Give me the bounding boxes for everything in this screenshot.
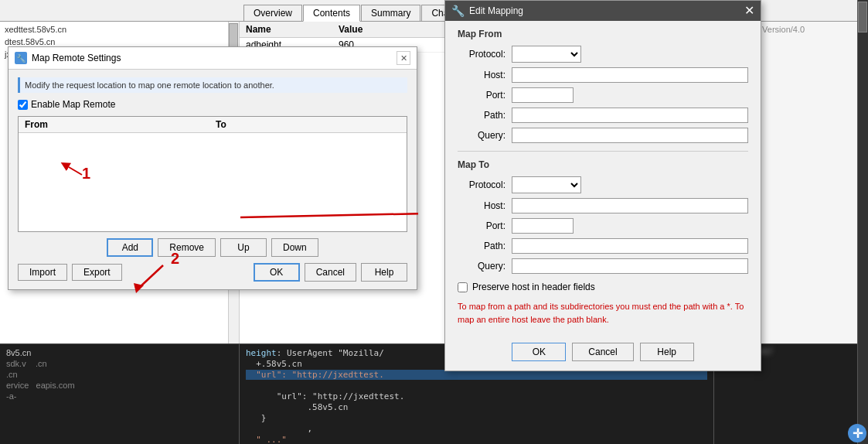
code-line: .58v5.cn: [246, 402, 707, 412]
from-path-input[interactable]: [512, 108, 748, 123]
from-protocol-row: Protocol:: [458, 46, 748, 63]
to-port-row: Port:: [458, 218, 748, 234]
dialog-close-button[interactable]: ✕: [397, 51, 410, 65]
from-host-row: Host:: [458, 67, 748, 83]
preserve-host-label: Preserve host in header fields: [472, 282, 595, 292]
to-port-input[interactable]: [512, 218, 574, 234]
from-protocol-label: Protocol:: [458, 49, 512, 60]
footer-right-buttons: OK Cancel Help: [254, 263, 407, 282]
code-line: ,: [246, 424, 707, 434]
enable-map-remote-checkbox[interactable]: [18, 100, 28, 110]
map-remote-dialog: 🔧 Map Remote Settings ✕ Modify the reque…: [8, 46, 417, 290]
from-path-row: Path:: [458, 108, 748, 123]
to-query-label: Query:: [458, 261, 512, 272]
table-col-headers: From To: [19, 117, 407, 133]
map-to-title: Map To: [458, 159, 748, 170]
map-from-title: Map From: [458, 29, 748, 39]
to-protocol-select[interactable]: [512, 176, 581, 193]
code-line: }: [246, 413, 707, 423]
from-path-label: Path:: [458, 110, 512, 121]
em-footer: OK Cancel Help: [445, 343, 761, 371]
col-to: To: [209, 119, 400, 130]
dialog-footer: Import Export OK Cancel Help: [18, 263, 407, 282]
to-host-input[interactable]: [512, 198, 748, 213]
enable-map-remote-label: Enable Map Remote: [31, 99, 115, 110]
footer-left-buttons: Import Export: [18, 264, 122, 281]
col-name: Name: [246, 24, 339, 35]
remove-button[interactable]: Remove: [158, 238, 216, 257]
add-button[interactable]: Add: [107, 238, 153, 257]
bottom-list-item[interactable]: .cn: [3, 369, 236, 380]
dialog-icon: 🔧: [15, 52, 27, 64]
to-query-row: Query:: [458, 258, 748, 274]
to-protocol-row: Protocol:: [458, 176, 748, 193]
tab-contents[interactable]: Contents: [303, 5, 360, 22]
list-item[interactable]: xedttest.58v5.cn: [2, 23, 237, 36]
to-protocol-label: Protocol:: [458, 179, 512, 190]
dialog-title-text: Map Remote Settings: [32, 53, 121, 63]
down-button[interactable]: Down: [271, 238, 318, 257]
em-title-text: Edit Mapping: [469, 5, 523, 16]
hint-text: To map from a path and its subdirectorie…: [458, 300, 748, 326]
code-line: "_...": [246, 435, 707, 444]
dialog-action-buttons: Add Remove Up Down: [18, 238, 407, 257]
enable-map-remote-row: Enable Map Remote: [18, 99, 407, 110]
edit-mapping-dialog: 🔧 Edit Mapping ✕ Map From Protocol: Host…: [444, 0, 761, 371]
up-button[interactable]: Up: [220, 238, 267, 257]
em-titlebar: 🔧 Edit Mapping ✕: [445, 1, 761, 21]
em-cancel-button[interactable]: Cancel: [572, 343, 633, 361]
code-line: "url": "http://jxedttest.: [246, 391, 707, 401]
dialog-body: Modify the request location to map one r…: [9, 70, 417, 289]
from-host-label: Host:: [458, 70, 512, 80]
preserve-host-checkbox[interactable]: [458, 282, 468, 292]
import-button[interactable]: Import: [18, 264, 67, 281]
from-query-label: Query:: [458, 130, 512, 141]
from-port-label: Port:: [458, 90, 512, 101]
preserve-host-row: Preserve host in header fields: [458, 282, 748, 292]
tab-summary[interactable]: Summary: [361, 5, 420, 21]
bottom-list-item[interactable]: sdk.v .cn: [3, 358, 236, 369]
dialog-description: Modify the request location to map one r…: [18, 77, 407, 93]
bottom-list-item[interactable]: ervice eapis.com: [3, 380, 236, 391]
bottom-list-item[interactable]: -a-: [3, 391, 236, 401]
to-path-input[interactable]: [512, 238, 748, 254]
ok-button[interactable]: OK: [254, 263, 300, 282]
dialog-title-left: 🔧 Map Remote Settings: [15, 52, 121, 64]
export-button[interactable]: Export: [72, 264, 122, 281]
help-button[interactable]: Help: [361, 263, 407, 282]
from-protocol-select[interactable]: [512, 46, 581, 63]
from-port-row: Port:: [458, 87, 748, 103]
from-query-input[interactable]: [512, 128, 748, 143]
corner-add-icon[interactable]: ✛: [848, 424, 866, 442]
section-divider: [458, 151, 748, 152]
code-line: [246, 381, 707, 391]
dialog-mapping-table: From To: [18, 116, 407, 232]
to-host-label: Host:: [458, 200, 512, 211]
em-close-button[interactable]: ✕: [744, 5, 754, 17]
bottom-list-item[interactable]: 8v5.cn: [3, 347, 236, 358]
from-port-input[interactable]: [512, 87, 574, 103]
bottom-left-panel: 8v5.cn sdk.v .cn .cn ervice eapis.com -a…: [0, 344, 240, 444]
col-from: From: [25, 119, 209, 130]
from-host-input[interactable]: [512, 67, 748, 83]
to-path-row: Path:: [458, 238, 748, 254]
to-path-label: Path:: [458, 241, 512, 251]
to-host-row: Host:: [458, 198, 748, 213]
dialog-titlebar: 🔧 Map Remote Settings ✕: [9, 47, 417, 70]
to-query-input[interactable]: [512, 258, 748, 274]
tab-overview[interactable]: Overview: [243, 5, 302, 21]
cancel-button[interactable]: Cancel: [305, 263, 356, 282]
from-query-row: Query:: [458, 128, 748, 143]
em-title-left: 🔧 Edit Mapping: [451, 5, 523, 17]
em-help-button[interactable]: Help: [640, 343, 694, 361]
em-body: Map From Protocol: Host: Port: Path: Que…: [445, 21, 761, 343]
to-port-label: Port:: [458, 220, 512, 231]
em-icon: 🔧: [451, 5, 465, 17]
em-ok-button[interactable]: OK: [512, 343, 566, 361]
